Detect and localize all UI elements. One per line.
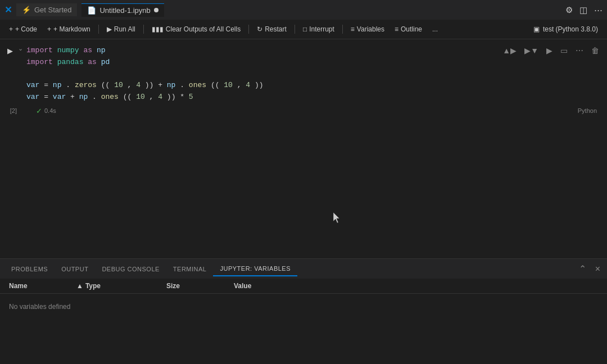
paren-2: (( [211,81,220,89]
as-keyword-2: as [88,58,97,66]
code-line-blank [26,69,607,80]
interrupt-label: Interrupt [309,25,334,33]
more-options-button[interactable]: ... [428,24,442,35]
layout-icon[interactable]: ◫ [579,5,587,15]
delete-cell-icon[interactable]: 🗑 [589,45,601,56]
cell-language: Python [578,107,603,114]
col-name-header: Name [9,282,76,290]
toolbar-separator-5 [342,25,343,34]
eq-1: = [44,81,53,89]
cell-expand-icon[interactable]: ⌄ [18,45,23,52]
toolbar-kernel-section: ▣ test (Python 3.8.0) [529,24,603,35]
clear-outputs-button[interactable]: ▮▮▮ Clear Outputs of All Cells [147,24,245,35]
panel-right-controls: ⌃ × [577,262,603,275]
tab-modified-dot [154,8,158,12]
vscode-logo: ✕ [4,4,12,15]
run-cell-icon[interactable]: ▶ [544,45,555,56]
zeros-func: zeros [75,81,97,89]
var-name-2: var [26,93,39,101]
tab-problems[interactable]: PROBLEMS [4,262,55,276]
jupyter-variables-tab-label: JUPYTER: VARIABLES [220,265,291,272]
restart-label: Restart [265,25,287,33]
notebook-icon: 📄 [87,6,96,15]
get-started-icon: ⚡ [22,6,31,14]
tab-terminal[interactable]: TERMINAL [166,262,214,276]
num-10-3: 10 [136,93,145,101]
ones-func-2: ones [101,93,119,101]
np-ref-2: np [167,81,176,89]
outline-button[interactable]: ≡ Outline [390,24,427,35]
tab-debug-console[interactable]: DEBUG CONSOLE [95,262,166,276]
kernel-info[interactable]: ▣ test (Python 3.8.0) [529,24,603,35]
as-keyword-1: as [83,46,92,54]
ones-func-1: ones [189,81,206,89]
output-tab-label: OUTPUT [61,266,88,272]
kernel-computer-icon: ▣ [533,25,540,33]
collapse-cell-icon[interactable]: ▭ [558,45,570,56]
col-value-header: Value [234,282,598,290]
np-alias: np [97,46,106,54]
add-markdown-button[interactable]: + + Markdown [43,24,95,35]
code-line-4: var = var + np . ones (( 10 , 4 )) * 5 [26,92,607,103]
tab-untitled-label: Untitled-1.ipynb [99,6,150,15]
numpy-name: numpy [57,46,79,54]
paren-1: (( [101,81,110,89]
clear-icon: ▮▮▮ [152,25,164,33]
title-bar-right: ⚙ ◫ ⋯ [565,5,603,15]
bottom-panel: PROBLEMS OUTPUT DEBUG CONSOLE TERMINAL J… [0,258,607,364]
more-icon[interactable]: ⋯ [594,5,603,15]
tab-output[interactable]: OUTPUT [55,262,95,276]
tab-get-started[interactable]: ⚡ Get Started [16,3,77,16]
run-below-cells-icon[interactable]: ▶▼ [522,45,541,56]
pd-alias: pd [101,58,110,66]
notebook-toolbar: + + Code + + Markdown ▶ Run All ▮▮▮ Clea… [0,20,607,39]
kernel-label: test (Python 3.8.0) [543,25,598,33]
add-code-button[interactable]: + + Code [4,24,42,35]
variables-empty-message: No variables defined [0,294,607,320]
cell-status-row: [2] ✓ 0.4s Python [0,106,607,115]
variables-table-header: Name ▲ Type Size Value [0,279,607,294]
paren-close-3: )) * [167,93,189,101]
editor-area: ▲▶ ▶▼ ▶ ▭ ⋯ 🗑 ▶ ⌄ import numpy as np imp… [0,39,607,258]
gear-icon[interactable]: ⚙ [565,5,573,15]
run-all-button[interactable]: ▶ Run All [102,24,140,35]
title-bar: ✕ ⚡ Get Started 📄 Untitled-1.ipynb ⚙ ◫ ⋯ [0,0,607,20]
debug-console-tab-label: DEBUG CONSOLE [102,266,159,272]
dot-1: . [66,81,70,89]
cell-more-icon[interactable]: ⋯ [573,45,586,56]
num-4-1: 4 [136,81,141,89]
run-all-label: Run All [114,25,135,33]
np-ref-3: np [79,93,88,101]
var-ref: var [53,93,66,101]
variables-button[interactable]: ≡ Variables [346,24,389,35]
dot-2: . [180,81,184,89]
restart-icon: ↻ [257,25,262,33]
col-type-label: Type [85,282,101,290]
sort-icon[interactable]: ▲ [76,282,83,290]
col-size-header: Size [166,282,234,290]
num-10-1: 10 [114,81,123,89]
panel-close-button[interactable]: × [593,263,603,275]
panel-minimize-button[interactable]: ⌃ [577,262,588,275]
toolbar-separator-4 [295,25,295,34]
markdown-plus-icon: + [47,25,51,33]
cell-time: 0.4s [44,107,56,114]
num-4-2: 4 [246,81,250,89]
comma-2: , [237,81,242,89]
comma-1: , [128,81,132,89]
more-dots-icon: ... [432,25,438,33]
dot-3: . [92,93,97,101]
import-keyword-1: import [26,46,53,54]
play-icon: ▶ [107,25,112,33]
paren-close-2: )) [255,81,264,89]
run-above-cells-icon[interactable]: ▲▶ [500,45,519,56]
tab-get-started-label: Get Started [34,6,71,14]
code-line-3: var = np . zeros (( 10 , 4 )) + np . one… [26,80,607,92]
var-name-1: var [26,81,39,89]
paren-close-1: )) + [145,81,167,89]
run-cell-button[interactable]: ▶ [4,45,16,56]
tab-jupyter-variables[interactable]: JUPYTER: VARIABLES [213,262,297,276]
interrupt-button[interactable]: □ Interrupt [298,24,339,35]
tab-untitled-1[interactable]: 📄 Untitled-1.ipynb [81,3,164,17]
restart-button[interactable]: ↻ Restart [252,24,291,35]
